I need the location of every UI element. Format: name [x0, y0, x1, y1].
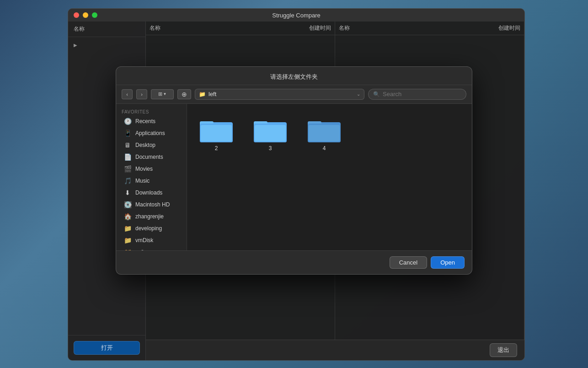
search-icon: 🔍	[373, 91, 380, 97]
folder-label-3: 3	[269, 145, 272, 152]
macintosh-hd-label: Macintosh HD	[135, 201, 170, 208]
chevron-down-icon: ▼	[163, 92, 167, 96]
sidebar-item-recents[interactable]: 🕐 Recents	[118, 115, 185, 127]
forward-button[interactable]: ›	[136, 89, 147, 99]
cancel-button[interactable]: Cancel	[390, 256, 427, 269]
dialog-sidebar: Favorites 🕐 Recents 📱 Applications 🖥 Des…	[116, 104, 187, 250]
software-label: software	[135, 249, 156, 250]
vmdisk-label: vmDisk	[135, 237, 153, 244]
grid-icon: ⊞	[158, 91, 162, 97]
folder-item-4[interactable]: 4	[304, 113, 344, 155]
sidebar-item-applications[interactable]: 📱 Applications	[118, 127, 185, 139]
new-folder-button[interactable]: ⊕	[177, 89, 191, 99]
sidebar-item-music[interactable]: 🎵 Music	[118, 175, 185, 187]
recents-icon: 🕐	[123, 117, 132, 125]
sidebar-item-macintosh-hd[interactable]: 💽 Macintosh HD	[118, 199, 185, 211]
sidebar-item-desktop[interactable]: 🖥 Desktop	[118, 139, 185, 151]
folder-label-2: 2	[215, 145, 218, 152]
zhangrenjie-icon: 🏠	[123, 212, 132, 221]
vmdisk-icon: 📁	[123, 236, 132, 244]
folder-item-3[interactable]: 3	[250, 113, 290, 155]
applications-label: Applications	[135, 130, 165, 136]
music-label: Music	[135, 178, 150, 184]
location-bar[interactable]: 📁 left ⌄	[195, 89, 364, 100]
svg-rect-11	[309, 125, 340, 141]
location-text: left	[208, 91, 354, 97]
folder-item-2[interactable]: 2	[196, 113, 236, 155]
location-dropdown-icon: ⌄	[357, 92, 360, 97]
desktop-icon: 🖥	[123, 141, 132, 149]
sidebar-item-developing[interactable]: 📁 developing	[118, 222, 185, 234]
dialog-header: 请选择左侧文件夹	[116, 67, 472, 85]
view-mode-button[interactable]: ⊞ ▼	[151, 89, 174, 99]
folder-icon-2	[200, 117, 233, 142]
folder-action-icon: ⊕	[182, 91, 187, 98]
documents-label: Documents	[135, 154, 163, 160]
macintosh-hd-icon: 💽	[123, 200, 132, 209]
software-icon: 📁	[123, 248, 132, 250]
movies-icon: 🎬	[123, 165, 132, 173]
dialog-toolbar: ‹ › ⊞ ▼ ⊕ 📁 left ⌄ 🔍	[116, 85, 472, 104]
developing-icon: 📁	[123, 224, 132, 233]
file-chooser-dialog: 请选择左侧文件夹 ‹ › ⊞ ▼ ⊕ 📁 left ⌄	[116, 66, 472, 275]
desktop-label: Desktop	[135, 142, 155, 148]
desktop: Struggle Compare 名称 ▶ 打开	[0, 0, 588, 368]
dialog-overlay: 请选择左侧文件夹 ‹ › ⊞ ▼ ⊕ 📁 left ⌄	[0, 0, 588, 368]
sidebar-item-vmdisk[interactable]: 📁 vmDisk	[118, 234, 185, 246]
movies-label: Movies	[135, 166, 153, 172]
search-bar[interactable]: 🔍	[368, 89, 466, 100]
svg-rect-7	[255, 125, 286, 141]
developing-label: developing	[135, 225, 162, 232]
music-icon: 🎵	[123, 177, 132, 185]
downloads-label: Downloads	[135, 189, 162, 196]
dialog-files-area: 2 3	[187, 104, 472, 250]
folder-icon-3	[254, 117, 287, 142]
sidebar-item-downloads[interactable]: ⬇ Downloads	[118, 187, 185, 199]
recents-label: Recents	[135, 118, 155, 124]
folder-icon-4	[308, 117, 341, 142]
favorites-label: Favorites	[116, 108, 187, 115]
dialog-title: 请选择左侧文件夹	[270, 73, 318, 80]
applications-icon: 📱	[123, 129, 132, 137]
dialog-body: Favorites 🕐 Recents 📱 Applications 🖥 Des…	[116, 104, 472, 250]
zhangrenjie-label: zhangrenjie	[135, 213, 164, 220]
dialog-open-button[interactable]: Open	[431, 256, 465, 269]
svg-rect-3	[201, 125, 232, 141]
sidebar-item-documents[interactable]: 📄 Documents	[118, 151, 185, 163]
location-folder-icon: 📁	[199, 91, 206, 97]
dialog-footer: Cancel Open	[116, 250, 472, 274]
sidebar-item-movies[interactable]: 🎬 Movies	[118, 163, 185, 175]
back-button[interactable]: ‹	[122, 89, 133, 99]
folder-label-4: 4	[323, 145, 326, 152]
documents-icon: 📄	[123, 153, 132, 161]
sidebar-item-zhangrenjie[interactable]: 🏠 zhangrenjie	[118, 211, 185, 222]
sidebar-item-software[interactable]: 📁 software	[118, 246, 185, 250]
downloads-icon: ⬇	[123, 189, 132, 197]
search-input[interactable]	[383, 91, 461, 97]
